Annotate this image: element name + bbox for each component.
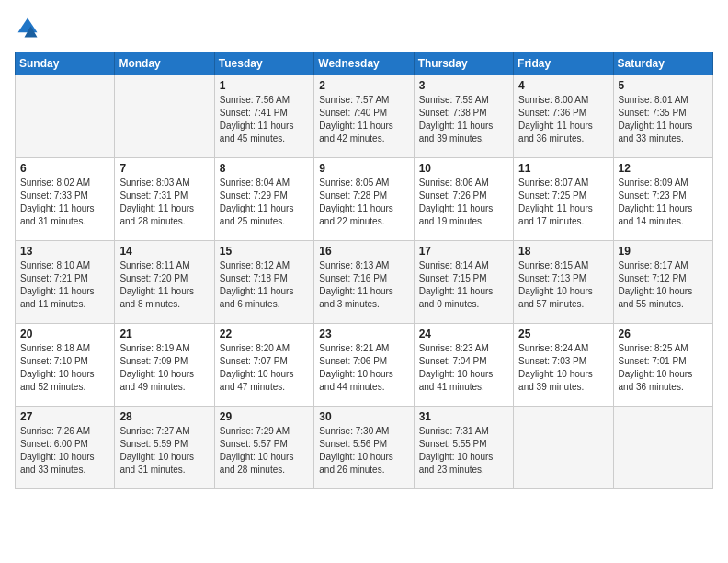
day-content: Sunrise: 8:06 AM Sunset: 7:26 PM Dayligh… bbox=[419, 177, 508, 228]
calendar-cell: 28Sunrise: 7:27 AM Sunset: 5:59 PM Dayli… bbox=[115, 407, 214, 489]
day-content: Sunrise: 8:15 AM Sunset: 7:13 PM Dayligh… bbox=[518, 259, 608, 311]
day-number: 12 bbox=[619, 162, 708, 175]
calendar-cell: 10Sunrise: 8:06 AM Sunset: 7:26 PM Dayli… bbox=[414, 158, 513, 241]
day-number: 9 bbox=[319, 162, 408, 175]
day-number: 23 bbox=[319, 327, 408, 340]
calendar-cell bbox=[514, 407, 613, 489]
calendar-cell: 6Sunrise: 8:02 AM Sunset: 7:33 PM Daylig… bbox=[16, 158, 115, 241]
calendar-cell: 15Sunrise: 8:12 AM Sunset: 7:18 PM Dayli… bbox=[214, 241, 313, 324]
day-number: 11 bbox=[518, 162, 608, 175]
calendar-table: SundayMondayTuesdayWednesdayThursdayFrid… bbox=[15, 52, 713, 489]
calendar-cell: 26Sunrise: 8:25 AM Sunset: 7:01 PM Dayli… bbox=[613, 324, 712, 407]
day-content: Sunrise: 7:57 AM Sunset: 7:40 PM Dayligh… bbox=[319, 94, 408, 145]
calendar-cell: 9Sunrise: 8:05 AM Sunset: 7:28 PM Daylig… bbox=[314, 158, 414, 241]
day-content: Sunrise: 8:21 AM Sunset: 7:06 PM Dayligh… bbox=[319, 342, 408, 394]
day-number: 4 bbox=[518, 79, 608, 92]
day-header-monday: Monday bbox=[115, 52, 214, 75]
calendar-cell: 13Sunrise: 8:10 AM Sunset: 7:21 PM Dayli… bbox=[16, 241, 115, 324]
week-row-5: 27Sunrise: 7:26 AM Sunset: 6:00 PM Dayli… bbox=[16, 407, 713, 489]
day-content: Sunrise: 8:14 AM Sunset: 7:15 PM Dayligh… bbox=[419, 259, 508, 311]
day-content: Sunrise: 8:17 AM Sunset: 7:12 PM Dayligh… bbox=[619, 259, 708, 311]
day-number: 3 bbox=[419, 79, 508, 92]
day-content: Sunrise: 7:56 AM Sunset: 7:41 PM Dayligh… bbox=[220, 94, 309, 145]
day-number: 13 bbox=[20, 245, 109, 258]
week-row-2: 6Sunrise: 8:02 AM Sunset: 7:33 PM Daylig… bbox=[16, 158, 713, 241]
calendar-cell: 21Sunrise: 8:19 AM Sunset: 7:09 PM Dayli… bbox=[115, 324, 214, 407]
calendar-cell bbox=[16, 75, 115, 158]
day-content: Sunrise: 8:12 AM Sunset: 7:18 PM Dayligh… bbox=[220, 259, 309, 311]
calendar-cell: 14Sunrise: 8:11 AM Sunset: 7:20 PM Dayli… bbox=[115, 241, 214, 324]
day-number: 31 bbox=[419, 410, 508, 423]
day-content: Sunrise: 7:27 AM Sunset: 5:59 PM Dayligh… bbox=[119, 425, 209, 477]
calendar-cell: 30Sunrise: 7:30 AM Sunset: 5:56 PM Dayli… bbox=[314, 407, 414, 489]
calendar-cell: 12Sunrise: 8:09 AM Sunset: 7:23 PM Dayli… bbox=[613, 158, 712, 241]
calendar-cell: 27Sunrise: 7:26 AM Sunset: 6:00 PM Dayli… bbox=[16, 407, 115, 489]
calendar-cell: 16Sunrise: 8:13 AM Sunset: 7:16 PM Dayli… bbox=[314, 241, 414, 324]
logo bbox=[15, 15, 44, 40]
day-number: 19 bbox=[619, 245, 708, 258]
day-number: 30 bbox=[319, 410, 408, 423]
day-number: 26 bbox=[619, 327, 708, 340]
day-number: 15 bbox=[220, 245, 309, 258]
calendar-cell: 11Sunrise: 8:07 AM Sunset: 7:25 PM Dayli… bbox=[514, 158, 613, 241]
calendar-cell: 3Sunrise: 7:59 AM Sunset: 7:38 PM Daylig… bbox=[414, 75, 513, 158]
day-content: Sunrise: 8:11 AM Sunset: 7:20 PM Dayligh… bbox=[119, 259, 209, 311]
day-number: 20 bbox=[20, 327, 109, 340]
day-number: 14 bbox=[119, 245, 209, 258]
day-header-wednesday: Wednesday bbox=[314, 52, 414, 75]
day-content: Sunrise: 7:59 AM Sunset: 7:38 PM Dayligh… bbox=[419, 94, 508, 145]
calendar-cell: 22Sunrise: 8:20 AM Sunset: 7:07 PM Dayli… bbox=[214, 324, 313, 407]
day-header-sunday: Sunday bbox=[16, 52, 115, 75]
logo-icon bbox=[15, 15, 40, 40]
day-content: Sunrise: 8:01 AM Sunset: 7:35 PM Dayligh… bbox=[619, 94, 708, 145]
calendar-cell: 23Sunrise: 8:21 AM Sunset: 7:06 PM Dayli… bbox=[314, 324, 414, 407]
day-content: Sunrise: 8:02 AM Sunset: 7:33 PM Dayligh… bbox=[20, 177, 109, 228]
day-content: Sunrise: 8:10 AM Sunset: 7:21 PM Dayligh… bbox=[20, 259, 109, 311]
day-content: Sunrise: 8:24 AM Sunset: 7:03 PM Dayligh… bbox=[518, 342, 608, 394]
day-number: 18 bbox=[518, 245, 608, 258]
calendar-cell: 4Sunrise: 8:00 AM Sunset: 7:36 PM Daylig… bbox=[514, 75, 613, 158]
calendar-cell: 17Sunrise: 8:14 AM Sunset: 7:15 PM Dayli… bbox=[414, 241, 513, 324]
day-number: 27 bbox=[20, 410, 109, 423]
week-row-1: 1Sunrise: 7:56 AM Sunset: 7:41 PM Daylig… bbox=[16, 75, 713, 158]
calendar-cell: 31Sunrise: 7:31 AM Sunset: 5:55 PM Dayli… bbox=[414, 407, 513, 489]
calendar-cell: 29Sunrise: 7:29 AM Sunset: 5:57 PM Dayli… bbox=[214, 407, 313, 489]
calendar-cell: 8Sunrise: 8:04 AM Sunset: 7:29 PM Daylig… bbox=[214, 158, 313, 241]
day-content: Sunrise: 8:07 AM Sunset: 7:25 PM Dayligh… bbox=[518, 177, 608, 228]
day-number: 2 bbox=[319, 79, 408, 92]
calendar-cell: 1Sunrise: 7:56 AM Sunset: 7:41 PM Daylig… bbox=[214, 75, 313, 158]
day-number: 25 bbox=[518, 327, 608, 340]
day-content: Sunrise: 7:31 AM Sunset: 5:55 PM Dayligh… bbox=[419, 425, 508, 477]
day-content: Sunrise: 8:18 AM Sunset: 7:10 PM Dayligh… bbox=[20, 342, 109, 394]
day-content: Sunrise: 7:26 AM Sunset: 6:00 PM Dayligh… bbox=[20, 425, 109, 477]
day-content: Sunrise: 8:25 AM Sunset: 7:01 PM Dayligh… bbox=[619, 342, 708, 394]
day-number: 28 bbox=[119, 410, 209, 423]
day-number: 22 bbox=[220, 327, 309, 340]
day-number: 5 bbox=[619, 79, 708, 92]
day-content: Sunrise: 8:00 AM Sunset: 7:36 PM Dayligh… bbox=[518, 94, 608, 145]
calendar-cell: 18Sunrise: 8:15 AM Sunset: 7:13 PM Dayli… bbox=[514, 241, 613, 324]
day-header-friday: Friday bbox=[514, 52, 613, 75]
day-content: Sunrise: 8:19 AM Sunset: 7:09 PM Dayligh… bbox=[119, 342, 209, 394]
day-content: Sunrise: 8:05 AM Sunset: 7:28 PM Dayligh… bbox=[319, 177, 408, 228]
day-number: 16 bbox=[319, 245, 408, 258]
day-content: Sunrise: 8:04 AM Sunset: 7:29 PM Dayligh… bbox=[220, 177, 309, 228]
day-content: Sunrise: 8:09 AM Sunset: 7:23 PM Dayligh… bbox=[619, 177, 708, 228]
day-number: 1 bbox=[220, 79, 309, 92]
calendar-cell: 7Sunrise: 8:03 AM Sunset: 7:31 PM Daylig… bbox=[115, 158, 214, 241]
calendar-cell: 24Sunrise: 8:23 AM Sunset: 7:04 PM Dayli… bbox=[414, 324, 513, 407]
day-content: Sunrise: 8:20 AM Sunset: 7:07 PM Dayligh… bbox=[220, 342, 309, 394]
day-number: 6 bbox=[20, 162, 109, 175]
day-number: 24 bbox=[419, 327, 508, 340]
day-number: 10 bbox=[419, 162, 508, 175]
day-number: 7 bbox=[119, 162, 209, 175]
day-content: Sunrise: 8:23 AM Sunset: 7:04 PM Dayligh… bbox=[419, 342, 508, 394]
day-content: Sunrise: 7:30 AM Sunset: 5:56 PM Dayligh… bbox=[319, 425, 408, 477]
calendar-cell bbox=[613, 407, 712, 489]
day-header-saturday: Saturday bbox=[613, 52, 712, 75]
calendar-cell: 19Sunrise: 8:17 AM Sunset: 7:12 PM Dayli… bbox=[613, 241, 712, 324]
day-content: Sunrise: 8:13 AM Sunset: 7:16 PM Dayligh… bbox=[319, 259, 408, 311]
calendar-cell: 5Sunrise: 8:01 AM Sunset: 7:35 PM Daylig… bbox=[613, 75, 712, 158]
week-row-3: 13Sunrise: 8:10 AM Sunset: 7:21 PM Dayli… bbox=[16, 241, 713, 324]
svg-marker-0 bbox=[18, 18, 38, 33]
